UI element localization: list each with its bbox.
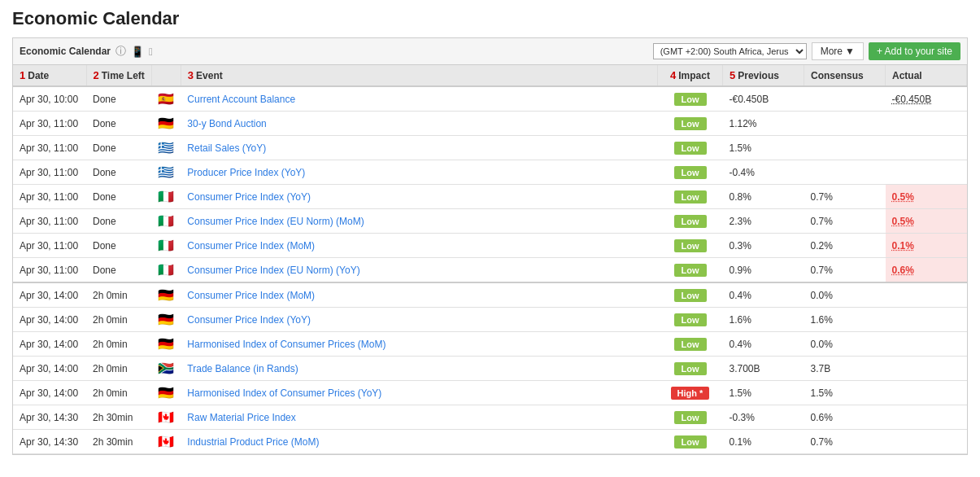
- cell-date: Apr 30, 10:00: [13, 86, 86, 112]
- cell-event[interactable]: Trade Balance (in Rands): [181, 357, 657, 381]
- cell-time-left: 2h 0min: [86, 357, 151, 381]
- economic-calendar-table: 1Date 2Time Left 3Event 4Impact 5Previou…: [13, 65, 967, 454]
- help-icon[interactable]: ⓘ: [115, 44, 126, 59]
- table-row: Apr 30, 11:00Done🇮🇹Consumer Price Index …: [13, 258, 967, 283]
- cell-time-left: 2h 0min: [86, 308, 151, 332]
- cell-event[interactable]: Current Account Balance: [181, 86, 657, 112]
- impact-badge: Low: [674, 264, 707, 277]
- cell-actual: [886, 357, 967, 381]
- impact-badge: Low: [674, 411, 707, 424]
- toolbar-label: Economic Calendar: [20, 46, 111, 57]
- cell-event[interactable]: Consumer Price Index (EU Norm) (MoM): [181, 209, 657, 234]
- cell-event[interactable]: Industrial Product Price (MoM): [181, 430, 657, 454]
- cell-previous: -0.4%: [723, 160, 804, 185]
- cell-actual: [886, 136, 967, 160]
- table-row: Apr 30, 11:00Done🇮🇹Consumer Price Index …: [13, 209, 967, 234]
- col-header-flag: [151, 65, 181, 86]
- cell-impact: Low: [658, 258, 723, 283]
- android-icon[interactable]: 📱: [131, 46, 144, 58]
- cell-time-left: 2h 0min: [86, 332, 151, 357]
- cell-flag: 🇮🇹: [151, 209, 181, 234]
- cell-consensus: 0.7%: [804, 430, 886, 454]
- cell-impact: Low: [658, 234, 723, 258]
- cell-date: Apr 30, 11:00: [13, 160, 86, 185]
- cell-flag: 🇩🇪: [151, 332, 181, 357]
- impact-badge: Low: [674, 289, 707, 302]
- cell-flag: 🇮🇹: [151, 234, 181, 258]
- toolbar-right: (GMT +2:00) South Africa, Jerus More ▼ +…: [653, 42, 960, 60]
- cell-consensus: 0.7%: [804, 185, 886, 209]
- cell-event[interactable]: Consumer Price Index (MoM): [181, 282, 657, 308]
- more-button[interactable]: More ▼: [812, 42, 864, 60]
- cell-date: Apr 30, 11:00: [13, 234, 86, 258]
- cell-date: Apr 30, 14:30: [13, 430, 86, 454]
- timezone-select[interactable]: (GMT +2:00) South Africa, Jerus: [653, 43, 807, 59]
- impact-badge: Low: [674, 93, 707, 106]
- cell-time-left: Done: [86, 209, 151, 234]
- col-header-actual: Actual: [886, 65, 967, 86]
- cell-previous: 0.4%: [723, 282, 804, 308]
- cell-date: Apr 30, 14:30: [13, 405, 86, 430]
- impact-badge: Low: [674, 338, 707, 351]
- cell-event[interactable]: Consumer Price Index (EU Norm) (YoY): [181, 258, 657, 283]
- table-row: Apr 30, 11:00Done🇮🇹Consumer Price Index …: [13, 234, 967, 258]
- impact-badge: Low: [674, 362, 707, 375]
- cell-event[interactable]: Consumer Price Index (YoY): [181, 308, 657, 332]
- cell-consensus: 0.0%: [804, 282, 886, 308]
- cell-event[interactable]: Retail Sales (YoY): [181, 136, 657, 160]
- table-container: 1Date 2Time Left 3Event 4Impact 5Previou…: [12, 65, 968, 455]
- cell-event[interactable]: Producer Price Index (YoY): [181, 160, 657, 185]
- cell-previous: 0.8%: [723, 185, 804, 209]
- cell-date: Apr 30, 14:00: [13, 332, 86, 357]
- cell-impact: Low: [658, 185, 723, 209]
- cell-previous: -0.3%: [723, 405, 804, 430]
- impact-badge: Low: [674, 117, 707, 130]
- cell-time-left: Done: [86, 234, 151, 258]
- impact-badge: Low: [674, 142, 707, 155]
- cell-flag: 🇮🇹: [151, 185, 181, 209]
- cell-time-left: Done: [86, 112, 151, 136]
- add-to-site-button[interactable]: + Add to your site: [869, 42, 960, 60]
- cell-time-left: Done: [86, 185, 151, 209]
- cell-date: Apr 30, 14:00: [13, 357, 86, 381]
- cell-actual: [886, 332, 967, 357]
- cell-actual: 0.6%: [886, 258, 967, 283]
- cell-flag: 🇩🇪: [151, 381, 181, 405]
- cell-event[interactable]: Harmonised Index of Consumer Prices (YoY…: [181, 381, 657, 405]
- cell-impact: Low: [658, 209, 723, 234]
- cell-flag: 🇬🇷: [151, 136, 181, 160]
- cell-consensus: 1.6%: [804, 308, 886, 332]
- table-row: Apr 30, 14:002h 0min🇩🇪Consumer Price Ind…: [13, 308, 967, 332]
- cell-event[interactable]: 30-y Bond Auction: [181, 112, 657, 136]
- cell-flag: 🇩🇪: [151, 308, 181, 332]
- cell-consensus: 0.7%: [804, 209, 886, 234]
- cell-event[interactable]: Consumer Price Index (MoM): [181, 234, 657, 258]
- cell-actual: 0.1%: [886, 234, 967, 258]
- cell-actual: [886, 282, 967, 308]
- cell-flag: 🇨🇦: [151, 405, 181, 430]
- table-row: Apr 30, 14:002h 0min🇿🇦Trade Balance (in …: [13, 357, 967, 381]
- cell-actual: [886, 112, 967, 136]
- cell-impact: Low: [658, 430, 723, 454]
- cell-actual: [886, 405, 967, 430]
- cell-actual: -€0.450B: [886, 86, 967, 112]
- apple-icon[interactable]: : [149, 46, 153, 58]
- cell-previous: 1.12%: [723, 112, 804, 136]
- cell-event[interactable]: Raw Material Price Index: [181, 405, 657, 430]
- cell-actual: 0.5%: [886, 185, 967, 209]
- cell-consensus: 3.7B: [804, 357, 886, 381]
- col-header-date: 1Date: [13, 65, 86, 86]
- cell-event[interactable]: Consumer Price Index (YoY): [181, 185, 657, 209]
- cell-event[interactable]: Harmonised Index of Consumer Prices (MoM…: [181, 332, 657, 357]
- cell-previous: 1.5%: [723, 136, 804, 160]
- cell-previous: 1.5%: [723, 381, 804, 405]
- cell-impact: Low: [658, 308, 723, 332]
- cell-time-left: Done: [86, 136, 151, 160]
- toolbar: Economic Calendar ⓘ 📱  (GMT +2:00) Sout…: [12, 37, 968, 65]
- cell-impact: Low: [658, 332, 723, 357]
- cell-flag: 🇩🇪: [151, 112, 181, 136]
- cell-actual: [886, 381, 967, 405]
- col-header-previous: 5Previous: [723, 65, 804, 86]
- cell-date: Apr 30, 14:00: [13, 381, 86, 405]
- cell-previous: 0.1%: [723, 430, 804, 454]
